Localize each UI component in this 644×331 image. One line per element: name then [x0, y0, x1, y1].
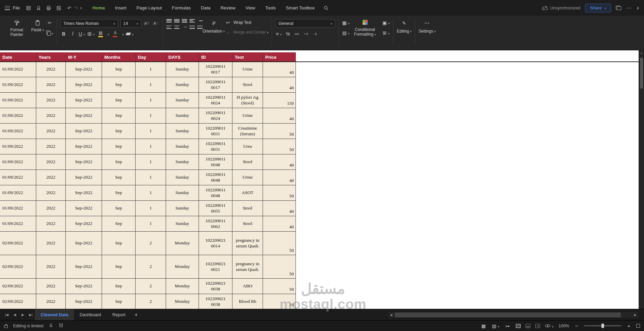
cell[interactable]: Monday: [166, 279, 199, 294]
page-layout-view-icon[interactable]: [526, 324, 530, 328]
chevron-down-icon[interactable]: [121, 31, 124, 37]
cell[interactable]: 01/09/2022: [0, 124, 36, 139]
cell[interactable]: 1: [136, 124, 166, 139]
cell[interactable]: 2022: [36, 255, 66, 279]
cell[interactable]: 1: [136, 201, 166, 216]
cell[interactable]: Sep-2022: [66, 108, 102, 124]
reading-mode-icon[interactable]: [545, 323, 553, 329]
cell[interactable]: 102209011 0017: [199, 62, 232, 77]
cell[interactable]: Urine: [232, 170, 263, 185]
cell[interactable]: 01/09/2022: [0, 185, 36, 201]
cell[interactable]: 1: [136, 154, 166, 170]
justify-icon[interactable]: [190, 26, 195, 29]
column-header-price[interactable]: Price: [263, 52, 296, 62]
cell[interactable]: 10: [263, 294, 296, 309]
decrease-font-size-icon[interactable]: [153, 20, 159, 27]
fill-color-button[interactable]: ▨: [97, 31, 104, 37]
cell[interactable]: 40: [263, 108, 296, 124]
cell[interactable]: 50: [263, 124, 296, 139]
first-sheet-icon[interactable]: |◀: [3, 313, 11, 317]
cell[interactable]: Sep-2022: [66, 255, 102, 279]
copy-icon[interactable]: [46, 30, 53, 36]
cell[interactable]: 102209011 0031: [199, 139, 232, 154]
column-header-test[interactable]: Test: [232, 52, 263, 62]
add-sheet-button[interactable]: +: [131, 312, 141, 318]
cell[interactable]: 2022: [36, 77, 66, 93]
conditional-formatting-button[interactable]: Conditional Formatting: [350, 18, 380, 37]
cell[interactable]: Sep-2022: [66, 77, 102, 93]
format-cells-button[interactable]: [382, 19, 390, 26]
cell[interactable]: ASOT: [232, 185, 263, 201]
cell[interactable]: Sep-2022: [66, 139, 102, 154]
cell[interactable]: Sep: [102, 279, 136, 294]
align-middle-icon[interactable]: [174, 19, 179, 22]
last-sheet-icon[interactable]: ▶|: [27, 313, 35, 317]
zoom-slider-thumb[interactable]: [601, 324, 604, 328]
currency-format-button[interactable]: [275, 31, 282, 37]
format-painter-button[interactable]: Format Painter: [5, 18, 29, 39]
cell[interactable]: 40: [263, 62, 296, 77]
cell[interactable]: 102209021 0014: [199, 232, 232, 255]
stamp-icon[interactable]: [49, 323, 53, 329]
cell[interactable]: Stool: [232, 154, 263, 170]
horizontal-scrollbar[interactable]: ◀ ▶: [388, 311, 639, 319]
cell[interactable]: H pylori Ag (Stool): [232, 93, 263, 108]
cell[interactable]: pregnancy in serum Qualt.: [232, 232, 263, 255]
cell[interactable]: 40: [263, 201, 296, 216]
undo-icon[interactable]: [66, 5, 73, 11]
wrap-text-button[interactable]: Wrap Text: [225, 19, 268, 26]
increase-indent-icon[interactable]: [197, 19, 203, 22]
cell[interactable]: 102209011 0024: [199, 93, 232, 108]
cell[interactable]: 102209011 0017: [199, 77, 232, 93]
orientation-button[interactable]: Orientation: [203, 18, 225, 34]
menu-tools[interactable]: Tools: [265, 5, 276, 10]
cell[interactable]: Sunday: [166, 93, 199, 108]
vertical-scrollbar-thumb[interactable]: [640, 58, 643, 89]
cell[interactable]: Sep: [102, 139, 136, 154]
cell[interactable]: 1: [136, 139, 166, 154]
cell[interactable]: 01/09/2022: [0, 170, 36, 185]
cell[interactable]: 102209021 0038: [199, 279, 232, 294]
zoom-slider[interactable]: [584, 325, 622, 326]
cell[interactable]: pregnancy in serum Qualt.: [232, 255, 263, 279]
align-top-icon[interactable]: [166, 19, 172, 22]
sheet-tab-dashboard[interactable]: Dashboard: [74, 309, 107, 320]
table-tools-icon[interactable]: [480, 323, 487, 329]
cell[interactable]: 40: [263, 77, 296, 93]
column-header-day[interactable]: Day: [136, 52, 166, 62]
cell-style-button[interactable]: [342, 30, 350, 36]
align-bottom-icon[interactable]: [182, 19, 187, 22]
increase-decimal-icon[interactable]: [303, 31, 309, 37]
cell[interactable]: 1: [136, 185, 166, 201]
cell[interactable]: 01/09/2022: [0, 154, 36, 170]
cell[interactable]: 01/09/2022: [0, 62, 36, 77]
search-icon[interactable]: [323, 5, 329, 11]
italic-button[interactable]: I: [69, 31, 76, 37]
cell[interactable]: Sep-2022: [66, 201, 102, 216]
cell[interactable]: Sep: [102, 255, 136, 279]
file-menu[interactable]: File: [13, 5, 20, 10]
cell[interactable]: Sep: [102, 201, 136, 216]
cell[interactable]: 02/09/2022: [0, 255, 36, 279]
cell[interactable]: 01/09/2022: [0, 216, 36, 232]
cell[interactable]: 102209011 0055: [199, 201, 232, 216]
cell[interactable]: 102209011 0048: [199, 170, 232, 185]
settings-button[interactable]: Settings: [419, 18, 436, 34]
cell[interactable]: 50: [263, 255, 296, 279]
cell[interactable]: 2022: [36, 108, 66, 124]
seal-icon[interactable]: [36, 5, 41, 11]
align-right-icon[interactable]: [182, 26, 187, 29]
cell[interactable]: 2022: [36, 294, 66, 309]
borders-button[interactable]: [88, 31, 95, 37]
underline-button[interactable]: U: [78, 31, 85, 37]
decrease-decimal-icon[interactable]: [312, 31, 318, 37]
cell[interactable]: 02/09/2022: [0, 279, 36, 294]
exit-view-icon[interactable]: ↦: [504, 323, 511, 329]
menu-formulas[interactable]: Formulas: [172, 5, 191, 10]
cut-icon[interactable]: [46, 19, 53, 26]
cell[interactable]: 40: [263, 154, 296, 170]
column-header-days[interactable]: DAYS: [166, 52, 199, 62]
column-header-months[interactable]: Months: [102, 52, 136, 62]
cell[interactable]: 2022: [36, 216, 66, 232]
cell[interactable]: Sep: [102, 77, 136, 93]
